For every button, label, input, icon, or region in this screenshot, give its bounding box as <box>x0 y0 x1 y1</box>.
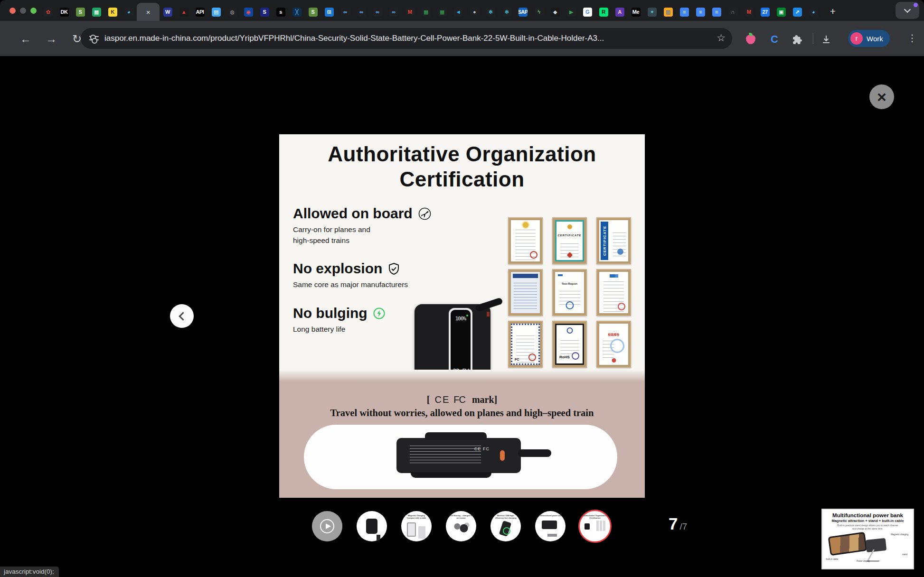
chevron-down-icon <box>904 6 911 13</box>
tab-favicon: Me <box>632 8 641 17</box>
bookmark-star-icon[interactable]: ☆ <box>717 32 726 44</box>
notification-dot <box>914 3 918 7</box>
site-info-icon[interactable] <box>89 34 99 43</box>
extension-c-icon[interactable]: C <box>768 33 781 46</box>
thumbnail[interactable]: Wireless 15W high-efficiency fast chargi… <box>490 511 521 541</box>
zoom-window-button <box>30 8 37 14</box>
pip-preview[interactable]: Multifunctional power bank Magnetic attr… <box>821 509 914 569</box>
browser-tab[interactable]: K <box>104 3 121 21</box>
browser-tab[interactable]: ≡ <box>676 3 692 21</box>
lightbox-close-button[interactable]: × <box>869 84 894 109</box>
pip-subtitle: Magnetic attraction + stand + built-in c… <box>822 519 913 523</box>
tab-strip: ✿ DK S ▦ K ◕ × W ▲ API <box>0 0 924 21</box>
browser-tab[interactable]: ▦ <box>418 3 434 21</box>
browser-tab[interactable]: ▦ <box>88 3 104 21</box>
browser-tab[interactable]: ▲ <box>176 3 192 21</box>
travel-line: Travel without worries, allowed on plane… <box>279 408 645 419</box>
browser-tab[interactable]: S <box>256 3 273 21</box>
browser-tab[interactable]: ◉ <box>240 3 256 21</box>
certificate-grid: CERTIFICATE CERTIFICATE Test Report FC R… <box>508 217 632 368</box>
browser-tab[interactable]: ◕ <box>121 3 137 21</box>
tab-favicon: S <box>260 8 269 17</box>
extension-berry-icon[interactable] <box>744 33 757 46</box>
browser-tab[interactable]: SAP <box>515 3 531 21</box>
browser-tab[interactable]: ∞ <box>369 3 386 21</box>
back-button[interactable]: ← <box>18 31 33 47</box>
tab-favicon: W <box>163 8 172 17</box>
forward-button[interactable]: → <box>44 31 59 47</box>
browser-tab[interactable]: ▣ <box>773 3 789 21</box>
mark-line: [CEFCmark] <box>279 394 645 405</box>
tab-favicon: K <box>108 8 117 17</box>
browser-tab[interactable]: ◍ <box>224 3 240 21</box>
download-icon[interactable] <box>820 33 833 46</box>
browser-tab[interactable]: ✻ <box>482 3 499 21</box>
browser-tab[interactable]: ▤ <box>208 3 224 21</box>
browser-tab[interactable]: S <box>305 3 321 21</box>
thumbnail[interactable]: Authoritative Organization Certification <box>578 510 612 543</box>
browser-tab[interactable]: ╳ <box>289 3 305 21</box>
shield-check-icon <box>388 262 400 275</box>
browser-tab[interactable]: ◆ <box>547 3 563 21</box>
tab-favicon: ⊞ <box>325 8 334 17</box>
browser-tab[interactable]: W <box>160 3 176 21</box>
tab-favicon: ● <box>470 8 479 17</box>
url-text: iaspor.en.made-in-china.com/product/Yrip… <box>104 34 604 43</box>
window-controls[interactable] <box>9 8 37 14</box>
tab-favicon: DK <box>60 8 69 17</box>
browser-tab[interactable]: ◕ <box>805 3 821 21</box>
tab-favicon: SAP <box>519 8 528 17</box>
browser-tab[interactable]: API <box>192 3 208 21</box>
browser-tab[interactable]: R <box>595 3 612 21</box>
browser-tab[interactable]: ✻ <box>499 3 515 21</box>
menu-kebab-icon[interactable]: ⋮ <box>906 32 918 44</box>
browser-tab[interactable]: ∩ <box>725 3 741 21</box>
browser-tab[interactable]: s <box>273 3 289 21</box>
browser-tab[interactable]: M <box>741 3 757 21</box>
browser-tab[interactable]: ▦ <box>434 3 450 21</box>
thumbnail[interactable]: Magnetic Charging Compact with a cable <box>401 511 432 541</box>
browser-tab[interactable]: ≡ <box>692 3 708 21</box>
browser-tab[interactable]: M <box>402 3 418 21</box>
new-tab-button[interactable]: + <box>826 5 839 18</box>
url-bar[interactable]: iaspor.en.made-in-china.com/product/Yrip… <box>81 28 732 49</box>
browser-tab[interactable]: ∞ <box>353 3 369 21</box>
browser-tab[interactable]: × <box>137 3 160 21</box>
lightbox-prev-button[interactable] <box>170 304 194 328</box>
browser-tab[interactable]: ⇗ <box>789 3 805 21</box>
browser-tab[interactable]: S <box>72 3 88 21</box>
tab-search-button[interactable] <box>896 2 919 19</box>
browser-tab[interactable]: A <box>612 3 628 21</box>
browser-tab[interactable]: ✿ <box>40 3 56 21</box>
browser-tab[interactable]: ∞ <box>386 3 402 21</box>
tab-favicon: ▶ <box>567 8 576 17</box>
browser-tab[interactable]: ≡ <box>708 3 725 21</box>
browser-tab[interactable]: ◄ <box>450 3 466 21</box>
browser-tab[interactable]: ▶ <box>563 3 579 21</box>
browser-tab[interactable]: ✦ <box>644 3 660 21</box>
browser-tab[interactable]: ● <box>466 3 482 21</box>
thumbnail[interactable] <box>312 511 342 541</box>
thumbnail[interactable]: Multifunctional power bank <box>535 511 566 541</box>
tab-favicon: ▲ <box>179 8 189 17</box>
status-bar-link: javascript:void(0); <box>0 567 59 577</box>
browser-tab[interactable]: DK <box>56 3 72 21</box>
browser-tab[interactable]: ⊞ <box>321 3 337 21</box>
tab-favicon: ∞ <box>341 8 350 17</box>
thumbnail[interactable] <box>357 511 387 541</box>
browser-tab[interactable]: ϟ <box>531 3 547 21</box>
tab-favicon: ✦ <box>648 8 657 17</box>
browser-tab[interactable]: 27 <box>757 3 773 21</box>
certificate: RoHS <box>552 321 587 368</box>
extensions-puzzle-icon[interactable] <box>791 33 804 46</box>
browser-tab[interactable]: ∞ <box>337 3 353 21</box>
thumbnail[interactable]: and Storing – charged in an instant <box>446 511 476 541</box>
browser-tab[interactable]: G <box>579 3 595 21</box>
browser-tab[interactable]: ▥ <box>660 3 676 21</box>
tab-favicon: R <box>599 8 608 17</box>
tab-favicon: ≡ <box>712 8 721 17</box>
browser-tab[interactable]: Me <box>628 3 644 21</box>
certificate: 检验报告 <box>596 321 631 368</box>
profile-chip[interactable]: r Work <box>848 30 890 47</box>
thumbnail-strip: Magnetic Charging Compact with a cable a… <box>312 511 610 541</box>
